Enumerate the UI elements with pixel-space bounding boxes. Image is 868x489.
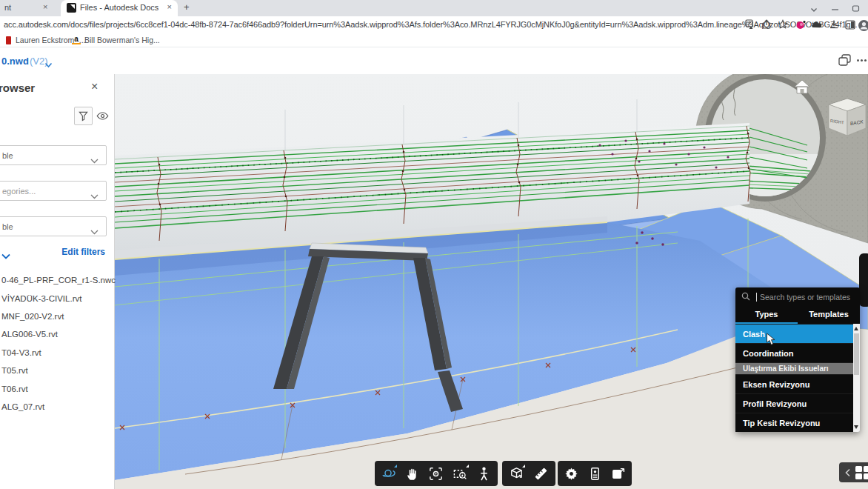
flyout-indicator [522,465,525,468]
bookmark-item[interactable]: Bill Bowerman's Hig... [84,36,160,44]
document-header: 0.nwd (V2) [0,47,868,74]
type-option-tip-kesit[interactable]: Tip Kesit Revizyonu [735,413,853,432]
tab-templates[interactable]: Templates [798,306,860,324]
section-analysis-button[interactable] [506,463,527,484]
first-person-button[interactable] [474,463,495,484]
screenshot-share-button[interactable] [608,463,629,484]
mouse-cursor [766,333,777,349]
search-icon [741,290,750,304]
browser-tab-active[interactable]: Files - Autodesk Docs × [61,0,178,16]
type-option-eksen[interactable]: Eksen Revizyonu [735,374,853,393]
type-list: Clash Coordination Ulaştırma Ekibi Issue… [735,324,860,432]
filter-select-3[interactable]: ble [0,216,107,236]
toolbar-settings-group [558,461,632,486]
type-group-header: Ulaştırma Ekibi Issueları [735,362,853,374]
downloads-icon[interactable] [829,19,839,33]
bookmark-star-icon[interactable] [778,19,788,33]
file-item[interactable]: T05.rvt [1,362,113,379]
window-maximize-icon[interactable] [852,2,860,16]
more-options-icon[interactable] [857,59,859,61]
scrollbar-thumb[interactable] [854,333,859,375]
panel-close-icon[interactable]: × [91,80,98,93]
panel-title: rowser [0,82,35,94]
bookmark-favicon [6,36,11,44]
grid-views-icon [855,465,868,480]
model-file-list: 0-46_PL-PRF_COR_r1-S.nwc VİYADÜK-3-CIVIL… [1,271,113,416]
chevron-down-icon [90,189,99,202]
file-item[interactable]: 0-46_PL-PRF_COR_r1-S.nwc [1,271,113,289]
scroll-up-icon[interactable] [854,327,858,330]
issue-type-dropdown: Search types or templates Types Template… [735,287,860,432]
file-item[interactable]: T06.rvt [1,379,113,397]
views-panel-toggle[interactable] [839,462,868,482]
type-option-clash[interactable]: Clash [735,324,853,343]
browser-tab-strip: nt × Files - Autodesk Docs × + [0,0,868,16]
tab-title: Files - Autodesk Docs [80,3,158,12]
search-placeholder: Search types or templates [760,293,850,302]
filter-button[interactable] [74,107,93,125]
chevron-down-icon [90,224,99,238]
compare-versions-icon[interactable] [838,54,851,69]
scroll-down-icon[interactable] [854,425,858,429]
reading-list-panel-icon[interactable] [845,19,855,33]
pan-tool-button[interactable] [402,463,423,484]
extension-dark-icon[interactable] [812,19,823,33]
version-chevron-down-icon[interactable] [44,58,53,71]
expand-chevron-icon[interactable] [1,249,10,262]
browser-url-bar: acc.autodesk.com/docs/files/projects/6cc… [0,16,868,33]
file-item[interactable]: MNF_020-V2.rvt [1,307,113,325]
text-caret [756,293,757,302]
file-item[interactable]: VİYADÜK-3-CIVIL.rvt [1,289,113,307]
type-option-coordination[interactable]: Coordination [735,343,853,362]
share-icon[interactable] [761,19,772,33]
file-item[interactable]: T04-V3.rvt [1,344,113,362]
translate-icon[interactable] [745,19,755,33]
toolbar-tools-group [502,461,555,486]
dropdown-tabs: Types Templates [735,306,860,324]
url-text[interactable]: acc.autodesk.com/docs/files/projects/6cc… [4,20,857,29]
chevron-down-icon [90,153,99,167]
document-name[interactable]: 0.nwd [1,56,29,67]
edit-filters-link[interactable]: Edit filters [61,247,105,257]
tab-close-icon[interactable]: × [43,2,47,11]
screen: nt × Files - Autodesk Docs × + acc.autod… [0,0,868,489]
new-tab-button[interactable]: + [184,1,190,13]
extension-pink-icon[interactable] [795,19,807,33]
window-menu-chevron-icon[interactable] [810,2,818,16]
funnel-icon [78,110,89,122]
measure-button[interactable] [531,463,552,484]
select-value: ble [2,222,13,231]
tab-title: nt [4,3,11,12]
orbit-tool-button[interactable] [378,463,398,484]
visibility-eye-icon[interactable] [96,110,109,124]
type-option-profil[interactable]: Profil Revizyonu [735,393,853,413]
flyout-indicator [394,465,397,468]
file-item[interactable]: ALG006-V5.rvt [1,325,113,343]
settings-gear-button[interactable] [561,463,581,484]
dropdown-scrollbar[interactable] [853,324,860,432]
file-item[interactable]: ALG_07.rvt [1,398,113,416]
chevron-left-icon [843,468,853,478]
model-browser-panel: rowser × ble egories... ble [0,74,115,489]
bookmark-favicon: a [72,35,81,44]
fit-to-view-button[interactable] [426,463,447,484]
window-minimize-icon[interactable] [831,2,839,16]
filter-select-1[interactable]: ble [0,145,107,165]
edge-scrollbar-thumb[interactable] [859,253,868,307]
tab-types[interactable]: Types [735,306,798,324]
view-cube[interactable]: RIGHT BACK [829,99,866,136]
tab-close-icon[interactable]: × [167,2,172,11]
select-value: egories... [2,187,36,196]
toolbar-navigation-group [375,461,498,486]
properties-button[interactable] [584,463,605,484]
autodesk-docs-favicon [67,3,76,13]
browser-tab-background[interactable]: nt × [0,0,58,16]
filter-select-2[interactable]: egories... [0,181,107,201]
bookmarks-bar: Lauren Eckstrom -... a Bill Bowerman's H… [0,33,868,47]
zoom-window-button[interactable] [450,463,470,484]
select-value: ble [2,151,13,160]
type-search-input[interactable]: Search types or templates [735,287,860,306]
flyout-indicator [466,465,469,468]
